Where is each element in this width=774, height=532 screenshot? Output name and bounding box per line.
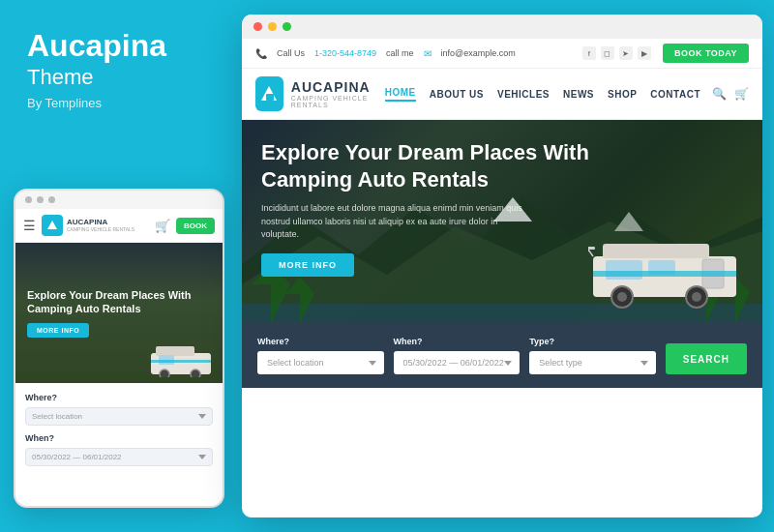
desktop-logo-text: AUCAPINA xyxy=(291,79,385,95)
where-select[interactable]: Select location xyxy=(257,351,384,374)
desktop-logo-sub: CAMPING VEHICLE RENTALS xyxy=(291,95,385,108)
hero-more-info-button[interactable]: MORE INFO xyxy=(261,253,354,277)
when-select[interactable]: 05/30/2022 — 06/01/2022 xyxy=(394,351,521,374)
mobile-where-label: Where? xyxy=(25,393,213,402)
telegram-icon[interactable]: ➤ xyxy=(619,46,633,60)
topbar-call-me[interactable]: call me xyxy=(386,48,414,58)
desktop-logo-icon xyxy=(255,76,283,111)
svg-marker-0 xyxy=(47,221,57,229)
hero-title: Explore Your Dream Places WithCamping Au… xyxy=(261,139,589,192)
desktop-rv-illustration xyxy=(588,232,743,313)
browser-dot-yellow xyxy=(268,22,277,31)
where-label: Where? xyxy=(257,337,384,346)
cart-icon[interactable]: 🛒 xyxy=(734,87,749,101)
mobile-date-select[interactable]: 05/30/2022 — 06/01/2022 xyxy=(25,448,213,466)
desktop-hero: Explore Your Dream Places WithCamping Au… xyxy=(242,120,762,323)
svg-rect-4 xyxy=(151,360,211,363)
svg-line-28 xyxy=(588,250,593,256)
desktop-nav: AUCAPINA CAMPING VEHICLE RENTALS HOME AB… xyxy=(242,69,762,120)
mobile-search-form: Where? Select location When? 05/30/2022 … xyxy=(15,383,223,474)
svg-marker-15 xyxy=(285,277,314,323)
mobile-hero-title: Explore Your Dream Places With Camping A… xyxy=(27,288,211,316)
brand-subtitle: Theme xyxy=(27,65,93,90)
mobile-logo: AUCAPINA CAMPING VEHICLE RENTALS xyxy=(42,215,149,236)
hero-subtitle: Incididunt ut labore eut dolore magna al… xyxy=(261,202,532,242)
mobile-dot-2 xyxy=(37,196,44,203)
youtube-icon[interactable]: ▶ xyxy=(638,46,651,60)
where-field: Where? Select location xyxy=(257,337,384,374)
phone-icon: 📞 xyxy=(255,48,267,59)
svg-point-25 xyxy=(617,292,627,302)
mobile-dot-1 xyxy=(25,196,32,203)
mobile-mockup: ☰ AUCAPINA CAMPING VEHICLE RENTALS 🛒 BOO… xyxy=(14,189,224,508)
desktop-nav-links: HOME ABOUT US VEHICLES NEWS SHOP CONTACT xyxy=(385,87,700,102)
book-today-button[interactable]: BOOK TODAY xyxy=(663,44,749,63)
brand-by: By Templines xyxy=(27,96,102,110)
mobile-hero: Explore Your Dream Places With Camping A… xyxy=(15,243,223,383)
svg-rect-23 xyxy=(593,271,736,277)
email-icon: ✉ xyxy=(424,48,432,59)
topbar-phone[interactable]: 1-320-544-8749 xyxy=(314,48,376,58)
nav-news[interactable]: NEWS xyxy=(563,89,594,100)
mobile-more-info-button[interactable]: MORE INFO xyxy=(27,323,89,338)
search-button[interactable]: SEARCH xyxy=(666,343,747,374)
svg-point-6 xyxy=(191,369,200,377)
mobile-location-select[interactable]: Select location xyxy=(25,407,213,426)
facebook-icon[interactable]: f xyxy=(582,46,596,60)
when-field: When? 05/30/2022 — 06/01/2022 xyxy=(394,337,521,374)
topbar-email: info@example.com xyxy=(441,48,516,58)
svg-rect-29 xyxy=(588,247,595,250)
topbar-social: f ◻ ➤ ▶ xyxy=(582,46,651,60)
type-field: Type? Select type xyxy=(529,337,656,374)
nav-contact[interactable]: CONTACT xyxy=(650,89,700,100)
hamburger-icon[interactable]: ☰ xyxy=(23,218,36,233)
svg-point-27 xyxy=(692,292,701,302)
topbar-left: 📞 Call Us 1-320-544-8749 call me ✉ info@… xyxy=(255,48,571,59)
desktop-mockup: 📞 Call Us 1-320-544-8749 call me ✉ info@… xyxy=(242,15,762,517)
hero-content: Explore Your Dream Places WithCamping Au… xyxy=(261,139,589,277)
when-label: When? xyxy=(394,337,521,346)
svg-rect-8 xyxy=(266,94,274,101)
nav-about[interactable]: ABOUT US xyxy=(430,89,484,100)
cart-icon[interactable]: 🛒 xyxy=(155,219,170,233)
search-form: Where? Select location When? 05/30/2022 … xyxy=(242,323,762,388)
desktop-topbar: 📞 Call Us 1-320-544-8749 call me ✉ info@… xyxy=(242,39,762,69)
mobile-dot-3 xyxy=(48,196,55,203)
mobile-logo-text: AUCAPINA xyxy=(67,219,134,227)
nav-icons: 🔍 🛒 xyxy=(712,87,749,101)
brand-title: Aucapina xyxy=(27,29,166,63)
browser-dot-red xyxy=(253,22,262,31)
instagram-icon[interactable]: ◻ xyxy=(601,46,614,60)
desktop-logo: AUCAPINA CAMPING VEHICLE RENTALS xyxy=(255,76,385,111)
svg-rect-19 xyxy=(603,244,709,258)
left-panel: Aucapina Theme By Templines ☰ AUCAPINA C… xyxy=(0,0,240,532)
mobile-logo-icon xyxy=(42,215,63,236)
mobile-nav: ☰ AUCAPINA CAMPING VEHICLE RENTALS 🛒 BOO… xyxy=(15,209,223,243)
mobile-book-button[interactable]: BOOK xyxy=(176,218,215,234)
mobile-rv-illustration xyxy=(151,343,219,377)
mobile-logo-sub: CAMPING VEHICLE RENTALS xyxy=(67,226,134,232)
browser-chrome xyxy=(242,15,762,39)
mobile-when-label: When? xyxy=(25,433,213,443)
type-select[interactable]: Select type xyxy=(529,351,656,374)
type-label: Type? xyxy=(529,337,656,346)
nav-home[interactable]: HOME xyxy=(385,87,416,102)
nav-shop[interactable]: SHOP xyxy=(608,89,637,100)
mobile-browser-chrome xyxy=(15,191,223,209)
topbar-call-us: Call Us xyxy=(277,48,305,58)
search-icon[interactable]: 🔍 xyxy=(712,87,727,101)
svg-rect-2 xyxy=(156,346,194,356)
browser-dot-green xyxy=(283,22,291,31)
nav-vehicles[interactable]: VEHICLES xyxy=(497,89,550,100)
svg-point-5 xyxy=(160,369,169,377)
